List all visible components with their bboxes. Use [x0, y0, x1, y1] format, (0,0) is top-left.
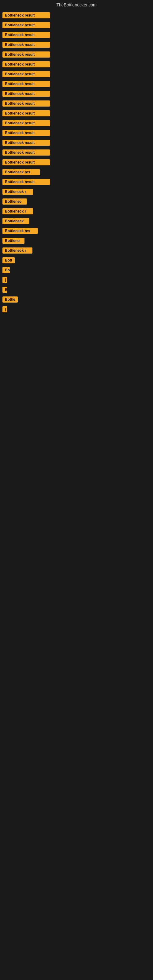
bottleneck-result-label: Bottleneck result: [2, 61, 50, 67]
list-item: Bottleneck result: [0, 99, 153, 108]
empty-row: [0, 336, 153, 342]
empty-row: [0, 331, 153, 336]
list-item: Bottleneck result: [0, 20, 153, 30]
bottleneck-result-label: Bottleneck result: [2, 22, 50, 28]
list-item: Bottleneck result: [0, 79, 153, 89]
bottleneck-result-label: Bottleneck result: [2, 91, 50, 97]
bottleneck-result-label: |: [2, 306, 7, 312]
header: TheBottlenecker.com: [0, 0, 153, 10]
list-item: Bottleneck r: [0, 187, 153, 197]
bottleneck-result-label: Bottleneck result: [2, 32, 50, 38]
bottleneck-result-label: Bottleneck result: [2, 120, 50, 126]
list-item: Bottleneck result: [0, 148, 153, 158]
bottleneck-result-label: Bottleneck result: [2, 100, 50, 107]
bottleneck-result-label: Bottleneck r: [2, 247, 32, 254]
list-item: Bottleneck result: [0, 128, 153, 138]
bottleneck-result-label: Bottleneck result: [2, 179, 50, 185]
list-item: Bottleneck r: [0, 207, 153, 216]
list-item: Bottleneck result: [0, 59, 153, 69]
bottleneck-result-label: Bottleneck result: [2, 12, 50, 18]
list-item: Bott: [0, 255, 153, 265]
empty-row: [0, 342, 153, 347]
list-item: Bottlene: [0, 236, 153, 246]
bottleneck-result-label: Bottleneck result: [2, 140, 50, 146]
bottleneck-result-label: Bottleneck result: [2, 130, 50, 136]
list-item: Bottleneck result: [0, 108, 153, 118]
list-item: Bottleneck res: [0, 167, 153, 177]
empty-row: [0, 314, 153, 320]
rows-container: Bottleneck resultBottleneck resultBottle…: [0, 10, 153, 358]
list-item: |: [0, 304, 153, 314]
list-item: Bottleneck result: [0, 49, 153, 59]
bottleneck-result-label: Bottleneck: [2, 218, 29, 224]
list-item: Bottleneck result: [0, 118, 153, 128]
empty-row: [0, 325, 153, 331]
bottleneck-result-label: Bottleneck r: [2, 189, 33, 195]
list-item: Bottleneck result: [0, 138, 153, 148]
bottleneck-result-label: Bott: [2, 257, 15, 263]
list-item: Bottleneck res: [0, 226, 153, 236]
list-item: Bottleneck result: [0, 89, 153, 99]
list-item: |: [0, 275, 153, 285]
list-item: Bottleneck result: [0, 10, 153, 20]
bottleneck-result-label: Bottle: [2, 296, 18, 302]
bottleneck-result-label: Bottleneck res: [2, 228, 38, 234]
list-item: Bottleneck result: [0, 30, 153, 40]
list-item: Bottleneck result: [0, 177, 153, 187]
bottleneck-result-label: Bottleneck r: [2, 208, 33, 215]
bottleneck-result-label: Bottleneck res: [2, 169, 40, 175]
bottleneck-result-label: Bottleneck result: [2, 71, 50, 77]
bottleneck-result-label: B: [2, 286, 7, 293]
bottleneck-result-label: Bottlene: [2, 238, 24, 244]
bottleneck-result-label: Bottleneck result: [2, 110, 50, 116]
empty-row: [0, 353, 153, 358]
bottleneck-result-label: Bottleneck result: [2, 159, 50, 165]
list-item: Bottleneck r: [0, 246, 153, 255]
list-item: B: [0, 285, 153, 294]
empty-row: [0, 347, 153, 353]
list-item: Bottle: [0, 294, 153, 304]
bottleneck-result-label: Bottlenec: [2, 199, 27, 205]
list-item: Bottlenec: [0, 197, 153, 207]
bottleneck-result-label: Bo: [2, 267, 10, 273]
bottleneck-result-label: Bottleneck result: [2, 41, 50, 48]
list-item: Bo: [0, 265, 153, 275]
bottleneck-result-label: |: [2, 277, 7, 283]
list-item: Bottleneck result: [0, 69, 153, 79]
site-title: TheBottlenecker.com: [56, 2, 97, 7]
empty-row: [0, 320, 153, 325]
bottleneck-result-label: Bottleneck result: [2, 81, 50, 87]
list-item: Bottleneck: [0, 216, 153, 226]
bottleneck-result-label: Bottleneck result: [2, 51, 50, 57]
list-item: Bottleneck result: [0, 40, 153, 49]
list-item: Bottleneck result: [0, 158, 153, 167]
bottleneck-result-label: Bottleneck result: [2, 150, 50, 156]
